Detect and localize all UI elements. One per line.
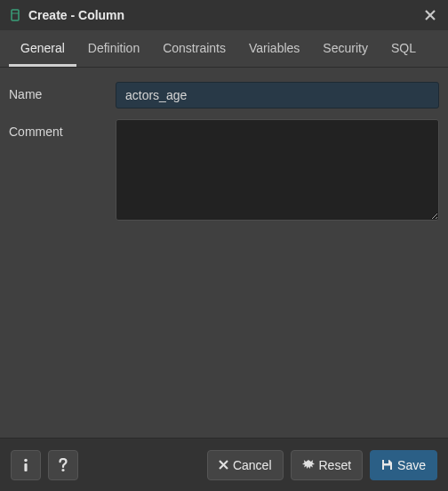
cancel-button[interactable]: Cancel (207, 450, 284, 480)
info-button[interactable] (11, 450, 41, 480)
footer-left (11, 450, 78, 480)
name-field-wrap (116, 82, 439, 109)
name-label: Name (9, 82, 116, 101)
name-input[interactable] (116, 82, 439, 109)
reset-label: Reset (319, 458, 352, 472)
svg-rect-10 (384, 466, 390, 471)
help-button[interactable] (48, 450, 78, 480)
comment-textarea[interactable] (116, 119, 439, 221)
close-icon (425, 10, 436, 20)
save-label: Save (397, 458, 426, 472)
save-icon (381, 459, 393, 471)
name-row: Name (9, 82, 439, 109)
close-button[interactable] (421, 6, 439, 24)
tab-definition[interactable]: Definition (76, 30, 151, 67)
tab-general[interactable]: General (9, 30, 76, 67)
svg-rect-5 (24, 463, 27, 471)
tab-security[interactable]: Security (311, 30, 380, 67)
comment-field-wrap (116, 119, 439, 223)
question-icon (59, 458, 68, 472)
dialog-title: Create - Column (28, 8, 421, 22)
dialog-titlebar: Create - Column (0, 0, 448, 30)
tab-variables[interactable]: Variables (237, 30, 311, 67)
tab-sql[interactable]: SQL (380, 30, 428, 67)
cancel-label: Cancel (233, 458, 272, 472)
info-icon (23, 458, 28, 472)
save-button[interactable]: Save (370, 450, 437, 480)
form-content: Name Comment (0, 68, 448, 438)
svg-point-4 (24, 458, 28, 462)
reset-icon (302, 459, 315, 471)
column-icon (9, 9, 21, 21)
dialog-footer: Cancel Reset Save (0, 438, 448, 491)
comment-row: Comment (9, 119, 439, 223)
tab-constraints[interactable]: Constraints (151, 30, 237, 67)
comment-label: Comment (9, 119, 116, 139)
create-column-dialog: Create - Column General Definition Const… (0, 0, 448, 491)
svg-point-6 (61, 468, 64, 471)
reset-button[interactable]: Reset (291, 450, 364, 480)
svg-rect-0 (12, 10, 19, 20)
cancel-icon (219, 460, 228, 470)
tab-bar: General Definition Constraints Variables… (0, 30, 448, 68)
svg-rect-9 (384, 460, 388, 463)
